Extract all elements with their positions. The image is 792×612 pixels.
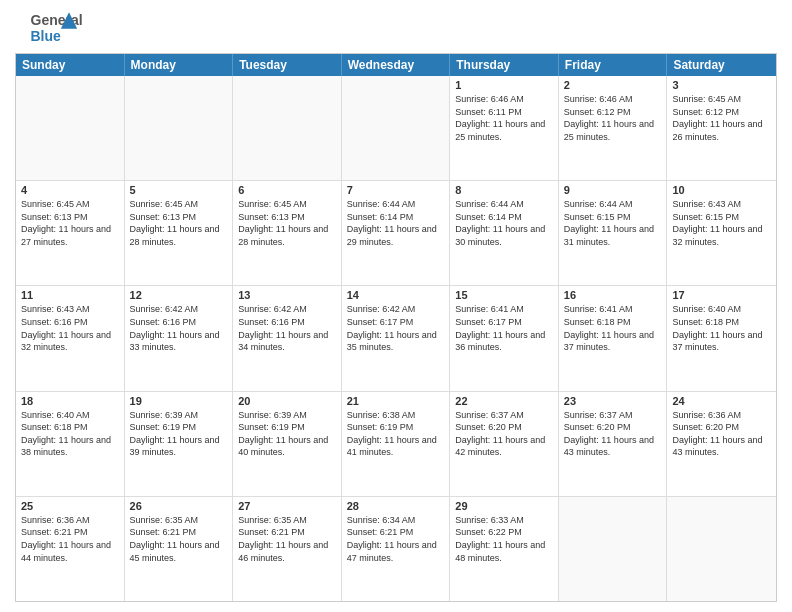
day-15: 15Sunrise: 6:41 AMSunset: 6:17 PMDayligh… xyxy=(450,286,559,390)
week-row-3: 11Sunrise: 6:43 AMSunset: 6:16 PMDayligh… xyxy=(16,286,776,391)
day-18: 18Sunrise: 6:40 AMSunset: 6:18 PMDayligh… xyxy=(16,392,125,496)
week-row-5: 25Sunrise: 6:36 AMSunset: 6:21 PMDayligh… xyxy=(16,497,776,601)
day-info-16: Sunrise: 6:41 AMSunset: 6:18 PMDaylight:… xyxy=(564,303,662,353)
day-number-29: 29 xyxy=(455,500,553,512)
day-27: 27Sunrise: 6:35 AMSunset: 6:21 PMDayligh… xyxy=(233,497,342,601)
header-day-tuesday: Tuesday xyxy=(233,54,342,76)
day-info-17: Sunrise: 6:40 AMSunset: 6:18 PMDaylight:… xyxy=(672,303,771,353)
calendar-body: 1Sunrise: 6:46 AMSunset: 6:11 PMDaylight… xyxy=(16,76,776,601)
header-day-wednesday: Wednesday xyxy=(342,54,451,76)
day-number-23: 23 xyxy=(564,395,662,407)
empty-cell xyxy=(342,76,451,180)
day-number-5: 5 xyxy=(130,184,228,196)
calendar-header: SundayMondayTuesdayWednesdayThursdayFrid… xyxy=(16,54,776,76)
day-info-2: Sunrise: 6:46 AMSunset: 6:12 PMDaylight:… xyxy=(564,93,662,143)
day-3: 3Sunrise: 6:45 AMSunset: 6:12 PMDaylight… xyxy=(667,76,776,180)
day-info-11: Sunrise: 6:43 AMSunset: 6:16 PMDaylight:… xyxy=(21,303,119,353)
day-info-7: Sunrise: 6:44 AMSunset: 6:14 PMDaylight:… xyxy=(347,198,445,248)
day-number-28: 28 xyxy=(347,500,445,512)
day-info-14: Sunrise: 6:42 AMSunset: 6:17 PMDaylight:… xyxy=(347,303,445,353)
day-info-13: Sunrise: 6:42 AMSunset: 6:16 PMDaylight:… xyxy=(238,303,336,353)
day-info-9: Sunrise: 6:44 AMSunset: 6:15 PMDaylight:… xyxy=(564,198,662,248)
day-number-7: 7 xyxy=(347,184,445,196)
day-info-19: Sunrise: 6:39 AMSunset: 6:19 PMDaylight:… xyxy=(130,409,228,459)
day-info-8: Sunrise: 6:44 AMSunset: 6:14 PMDaylight:… xyxy=(455,198,553,248)
day-info-18: Sunrise: 6:40 AMSunset: 6:18 PMDaylight:… xyxy=(21,409,119,459)
logo: General Blue xyxy=(15,10,95,45)
day-info-1: Sunrise: 6:46 AMSunset: 6:11 PMDaylight:… xyxy=(455,93,553,143)
day-14: 14Sunrise: 6:42 AMSunset: 6:17 PMDayligh… xyxy=(342,286,451,390)
day-info-23: Sunrise: 6:37 AMSunset: 6:20 PMDaylight:… xyxy=(564,409,662,459)
day-21: 21Sunrise: 6:38 AMSunset: 6:19 PMDayligh… xyxy=(342,392,451,496)
day-info-27: Sunrise: 6:35 AMSunset: 6:21 PMDaylight:… xyxy=(238,514,336,564)
day-info-12: Sunrise: 6:42 AMSunset: 6:16 PMDaylight:… xyxy=(130,303,228,353)
day-info-25: Sunrise: 6:36 AMSunset: 6:21 PMDaylight:… xyxy=(21,514,119,564)
empty-cell xyxy=(233,76,342,180)
empty-cell xyxy=(16,76,125,180)
day-number-19: 19 xyxy=(130,395,228,407)
logo-icon: General Blue xyxy=(15,10,95,45)
calendar-page: General Blue SundayMondayTuesdayWednesda… xyxy=(0,0,792,612)
day-number-27: 27 xyxy=(238,500,336,512)
day-number-8: 8 xyxy=(455,184,553,196)
header-day-sunday: Sunday xyxy=(16,54,125,76)
day-11: 11Sunrise: 6:43 AMSunset: 6:16 PMDayligh… xyxy=(16,286,125,390)
day-23: 23Sunrise: 6:37 AMSunset: 6:20 PMDayligh… xyxy=(559,392,668,496)
header-day-friday: Friday xyxy=(559,54,668,76)
day-info-4: Sunrise: 6:45 AMSunset: 6:13 PMDaylight:… xyxy=(21,198,119,248)
day-19: 19Sunrise: 6:39 AMSunset: 6:19 PMDayligh… xyxy=(125,392,234,496)
day-17: 17Sunrise: 6:40 AMSunset: 6:18 PMDayligh… xyxy=(667,286,776,390)
day-1: 1Sunrise: 6:46 AMSunset: 6:11 PMDaylight… xyxy=(450,76,559,180)
day-number-14: 14 xyxy=(347,289,445,301)
day-number-12: 12 xyxy=(130,289,228,301)
day-info-15: Sunrise: 6:41 AMSunset: 6:17 PMDaylight:… xyxy=(455,303,553,353)
day-20: 20Sunrise: 6:39 AMSunset: 6:19 PMDayligh… xyxy=(233,392,342,496)
day-number-15: 15 xyxy=(455,289,553,301)
day-number-22: 22 xyxy=(455,395,553,407)
week-row-1: 1Sunrise: 6:46 AMSunset: 6:11 PMDaylight… xyxy=(16,76,776,181)
day-number-17: 17 xyxy=(672,289,771,301)
day-info-21: Sunrise: 6:38 AMSunset: 6:19 PMDaylight:… xyxy=(347,409,445,459)
day-10: 10Sunrise: 6:43 AMSunset: 6:15 PMDayligh… xyxy=(667,181,776,285)
empty-cell xyxy=(559,497,668,601)
day-info-3: Sunrise: 6:45 AMSunset: 6:12 PMDaylight:… xyxy=(672,93,771,143)
week-row-2: 4Sunrise: 6:45 AMSunset: 6:13 PMDaylight… xyxy=(16,181,776,286)
day-25: 25Sunrise: 6:36 AMSunset: 6:21 PMDayligh… xyxy=(16,497,125,601)
day-info-24: Sunrise: 6:36 AMSunset: 6:20 PMDaylight:… xyxy=(672,409,771,459)
header-day-monday: Monday xyxy=(125,54,234,76)
header: General Blue xyxy=(15,10,777,45)
day-number-4: 4 xyxy=(21,184,119,196)
day-info-26: Sunrise: 6:35 AMSunset: 6:21 PMDaylight:… xyxy=(130,514,228,564)
day-number-26: 26 xyxy=(130,500,228,512)
day-number-18: 18 xyxy=(21,395,119,407)
day-number-3: 3 xyxy=(672,79,771,91)
day-5: 5Sunrise: 6:45 AMSunset: 6:13 PMDaylight… xyxy=(125,181,234,285)
day-info-6: Sunrise: 6:45 AMSunset: 6:13 PMDaylight:… xyxy=(238,198,336,248)
day-number-13: 13 xyxy=(238,289,336,301)
day-number-9: 9 xyxy=(564,184,662,196)
day-info-28: Sunrise: 6:34 AMSunset: 6:21 PMDaylight:… xyxy=(347,514,445,564)
day-number-10: 10 xyxy=(672,184,771,196)
day-26: 26Sunrise: 6:35 AMSunset: 6:21 PMDayligh… xyxy=(125,497,234,601)
day-29: 29Sunrise: 6:33 AMSunset: 6:22 PMDayligh… xyxy=(450,497,559,601)
day-22: 22Sunrise: 6:37 AMSunset: 6:20 PMDayligh… xyxy=(450,392,559,496)
day-info-29: Sunrise: 6:33 AMSunset: 6:22 PMDaylight:… xyxy=(455,514,553,564)
header-day-saturday: Saturday xyxy=(667,54,776,76)
day-16: 16Sunrise: 6:41 AMSunset: 6:18 PMDayligh… xyxy=(559,286,668,390)
svg-text:Blue: Blue xyxy=(31,28,62,44)
day-number-1: 1 xyxy=(455,79,553,91)
day-number-24: 24 xyxy=(672,395,771,407)
day-number-11: 11 xyxy=(21,289,119,301)
day-info-22: Sunrise: 6:37 AMSunset: 6:20 PMDaylight:… xyxy=(455,409,553,459)
day-24: 24Sunrise: 6:36 AMSunset: 6:20 PMDayligh… xyxy=(667,392,776,496)
day-4: 4Sunrise: 6:45 AMSunset: 6:13 PMDaylight… xyxy=(16,181,125,285)
day-9: 9Sunrise: 6:44 AMSunset: 6:15 PMDaylight… xyxy=(559,181,668,285)
day-number-25: 25 xyxy=(21,500,119,512)
header-day-thursday: Thursday xyxy=(450,54,559,76)
day-13: 13Sunrise: 6:42 AMSunset: 6:16 PMDayligh… xyxy=(233,286,342,390)
week-row-4: 18Sunrise: 6:40 AMSunset: 6:18 PMDayligh… xyxy=(16,392,776,497)
empty-cell xyxy=(125,76,234,180)
calendar: SundayMondayTuesdayWednesdayThursdayFrid… xyxy=(15,53,777,602)
day-number-6: 6 xyxy=(238,184,336,196)
empty-cell xyxy=(667,497,776,601)
